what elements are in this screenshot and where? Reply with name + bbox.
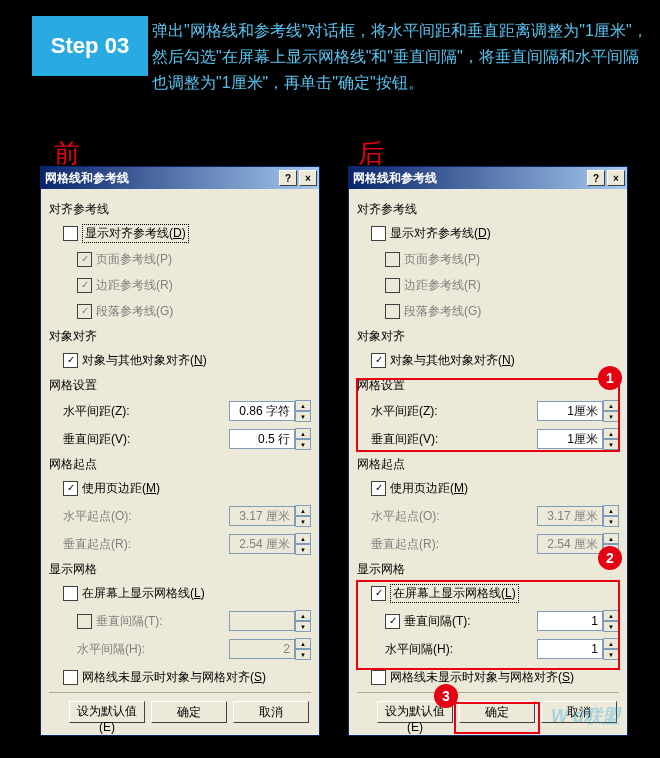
help-button[interactable]: ? xyxy=(279,170,297,186)
spin-up-icon[interactable]: ▲ xyxy=(603,638,619,649)
spin-up-icon[interactable]: ▲ xyxy=(603,400,619,411)
section-grid-origin: 网格起点 xyxy=(49,456,311,473)
close-button[interactable]: × xyxy=(299,170,317,186)
chk-margin-guide xyxy=(385,278,400,293)
chk-show-grid[interactable] xyxy=(371,586,386,601)
lbl-use-margin: 使用页边距(M) xyxy=(390,480,468,497)
chk-page-guide xyxy=(385,252,400,267)
spin-down-icon[interactable]: ▼ xyxy=(603,439,619,450)
lbl-h-spacing: 水平间距(Z): xyxy=(371,403,459,420)
section-align-guides: 对齐参考线 xyxy=(357,201,619,218)
input-v-interval[interactable] xyxy=(537,611,603,631)
lbl-para-guide: 段落参考线(G) xyxy=(96,303,173,320)
chk-snap-hidden[interactable] xyxy=(63,670,78,685)
lbl-show-align: 显示对齐参考线(D) xyxy=(390,225,491,242)
section-grid-origin: 网格起点 xyxy=(357,456,619,473)
lbl-snap-others: 对象与其他对象对齐(N) xyxy=(390,352,515,369)
chk-para-guide xyxy=(77,304,92,319)
spin-down-icon: ▼ xyxy=(295,621,311,632)
lbl-h-spacing: 水平间距(Z): xyxy=(63,403,151,420)
spin-down-icon: ▼ xyxy=(295,516,311,527)
dialog-title: 网格线和参考线 xyxy=(353,170,585,187)
spin-up-icon: ▲ xyxy=(295,505,311,516)
lbl-margin-guide: 边距参考线(R) xyxy=(404,277,481,294)
chk-v-interval xyxy=(77,614,92,629)
spin-down-icon[interactable]: ▼ xyxy=(603,649,619,660)
section-grid-setting: 网格设置 xyxy=(357,377,619,394)
spin-down-icon[interactable]: ▼ xyxy=(295,439,311,450)
input-v-spacing[interactable] xyxy=(229,429,295,449)
ok-button[interactable]: 确定 xyxy=(151,701,227,723)
lbl-v-origin: 垂直起点(R): xyxy=(63,536,151,553)
chk-show-grid[interactable] xyxy=(63,586,78,601)
chk-use-margin[interactable] xyxy=(63,481,78,496)
lbl-snap-hidden: 网格线未显示时对象与网格对齐(S) xyxy=(82,669,266,686)
spin-up-icon: ▲ xyxy=(295,533,311,544)
chk-snap-others[interactable] xyxy=(371,353,386,368)
section-align-guides: 对齐参考线 xyxy=(49,201,311,218)
dialog-after: 网格线和参考线 ? × 对齐参考线 显示对齐参考线(D) 页面参考线(P) 边距… xyxy=(348,166,628,736)
cancel-button[interactable]: 取消 xyxy=(541,701,617,723)
input-v-origin xyxy=(229,534,295,554)
chk-para-guide xyxy=(385,304,400,319)
section-grid-setting: 网格设置 xyxy=(49,377,311,394)
spin-down-icon[interactable]: ▼ xyxy=(295,411,311,422)
default-button[interactable]: 设为默认值(E) xyxy=(69,701,145,723)
spin-down-icon[interactable]: ▼ xyxy=(603,621,619,632)
chk-show-align[interactable] xyxy=(63,226,78,241)
lbl-h-origin: 水平起点(O): xyxy=(371,508,459,525)
chk-v-interval[interactable] xyxy=(385,614,400,629)
spin-down-icon: ▼ xyxy=(295,649,311,660)
spin-down-icon: ▼ xyxy=(603,544,619,555)
input-h-spacing[interactable] xyxy=(229,401,295,421)
input-v-origin xyxy=(537,534,603,554)
spin-down-icon: ▼ xyxy=(295,544,311,555)
dialog-title: 网格线和参考线 xyxy=(45,170,277,187)
spin-down-icon[interactable]: ▼ xyxy=(603,411,619,422)
chk-use-margin[interactable] xyxy=(371,481,386,496)
close-button[interactable]: × xyxy=(607,170,625,186)
spin-up-icon[interactable]: ▲ xyxy=(295,400,311,411)
lbl-v-interval: 垂直间隔(T): xyxy=(96,613,174,630)
input-v-interval xyxy=(229,611,295,631)
spin-up-icon: ▲ xyxy=(603,533,619,544)
instruction-text: 弹出"网格线和参考线"对话框，将水平间距和垂直距离调整为"1厘米"，然后勾选"在… xyxy=(152,18,652,96)
ok-button[interactable]: 确定 xyxy=(459,701,535,723)
step-badge: Step 03 xyxy=(32,16,148,76)
separator xyxy=(357,692,619,693)
chk-snap-hidden[interactable] xyxy=(371,670,386,685)
spin-up-icon[interactable]: ▲ xyxy=(295,428,311,439)
lbl-snap-others: 对象与其他对象对齐(N) xyxy=(82,352,207,369)
input-h-interval xyxy=(229,639,295,659)
cancel-button[interactable]: 取消 xyxy=(233,701,309,723)
lbl-h-interval: 水平间隔(H): xyxy=(385,641,481,658)
default-button[interactable]: 设为默认值(E) xyxy=(377,701,453,723)
chk-margin-guide xyxy=(77,278,92,293)
titlebar: 网格线和参考线 ? × xyxy=(41,167,319,189)
lbl-page-guide: 页面参考线(P) xyxy=(96,251,172,268)
lbl-page-guide: 页面参考线(P) xyxy=(404,251,480,268)
lbl-v-interval: 垂直间隔(T): xyxy=(404,613,482,630)
lbl-snap-hidden: 网格线未显示时对象与网格对齐(S) xyxy=(390,669,574,686)
input-v-spacing[interactable] xyxy=(537,429,603,449)
input-h-interval[interactable] xyxy=(537,639,603,659)
chk-show-align[interactable] xyxy=(371,226,386,241)
lbl-show-align: 显示对齐参考线(D) xyxy=(82,224,189,243)
separator xyxy=(49,692,311,693)
chk-snap-others[interactable] xyxy=(63,353,78,368)
spin-up-icon: ▲ xyxy=(295,610,311,621)
lbl-v-spacing: 垂直间距(V): xyxy=(63,431,151,448)
lbl-margin-guide: 边距参考线(R) xyxy=(96,277,173,294)
spin-up-icon: ▲ xyxy=(603,505,619,516)
chk-page-guide xyxy=(77,252,92,267)
dialog-before: 网格线和参考线 ? × 对齐参考线 显示对齐参考线(D) 页面参考线(P) 边距… xyxy=(40,166,320,736)
spin-up-icon[interactable]: ▲ xyxy=(603,610,619,621)
lbl-v-spacing: 垂直间距(V): xyxy=(371,431,459,448)
section-show-grid: 显示网格 xyxy=(49,561,311,578)
help-button[interactable]: ? xyxy=(587,170,605,186)
input-h-spacing[interactable] xyxy=(537,401,603,421)
lbl-h-interval: 水平间隔(H): xyxy=(77,641,173,658)
lbl-show-grid: 在屏幕上显示网格线(L) xyxy=(390,584,519,603)
input-h-origin xyxy=(229,506,295,526)
spin-up-icon[interactable]: ▲ xyxy=(603,428,619,439)
